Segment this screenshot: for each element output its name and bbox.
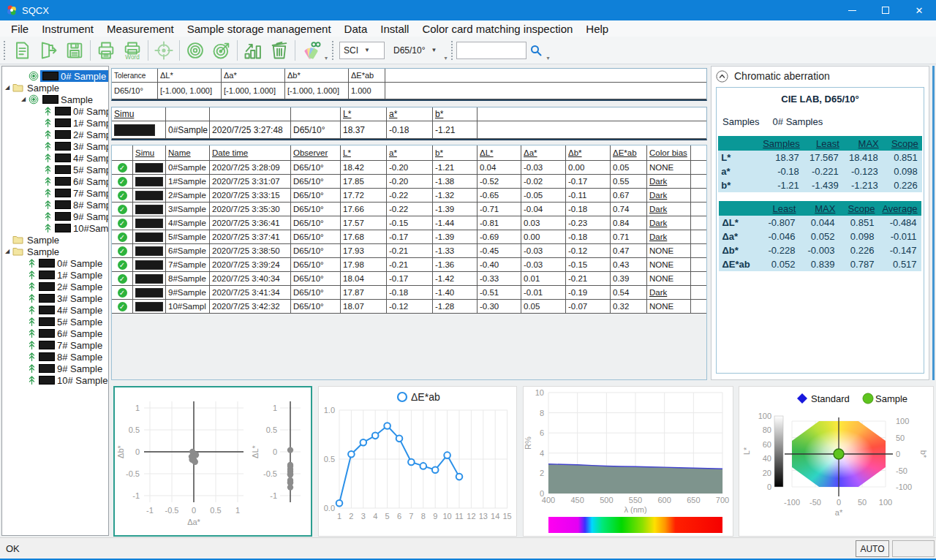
menu-data[interactable]: Data: [338, 20, 374, 37]
statistics-button[interactable]: [240, 38, 266, 63]
column-header[interactable]: Simu: [112, 107, 166, 121]
tree-item-label[interactable]: 10#Samp: [53, 222, 109, 234]
print-button[interactable]: [93, 38, 119, 63]
tree-item[interactable]: 9# Sample: [2, 363, 108, 374]
tree-item-label[interactable]: 8# Samp: [53, 199, 109, 211]
dart-target-button[interactable]: [208, 38, 235, 63]
menu-install[interactable]: Install: [374, 20, 415, 37]
illuminant-select[interactable]: D65/10° ▼: [389, 42, 441, 59]
tree-item-label[interactable]: Sample: [40, 94, 95, 105]
export-button[interactable]: [35, 38, 61, 63]
tree-item[interactable]: 0# Sample: [2, 257, 108, 269]
menu-instrument[interactable]: Instrument: [35, 20, 100, 37]
tree-item-label[interactable]: Sample: [25, 82, 61, 94]
menu-measurement[interactable]: Measurement: [100, 20, 181, 37]
tree-item-label[interactable]: 7# Sample: [37, 339, 105, 351]
tree-item-label[interactable]: 0# Sample: [37, 257, 105, 269]
tree-item[interactable]: 7# Samp: [2, 187, 108, 199]
tree-item-label[interactable]: 8# Sample: [37, 351, 105, 363]
tree-expander-icon[interactable]: ◢: [21, 96, 29, 103]
auto-button[interactable]: AUTO: [856, 540, 889, 557]
tree-expander-icon[interactable]: ◢: [5, 84, 12, 91]
tree-item-label[interactable]: 4# Samp: [53, 152, 109, 164]
tree-item-label[interactable]: 0# Sample: [40, 70, 108, 82]
tree-item-label[interactable]: Sample: [25, 234, 61, 246]
tree-item[interactable]: ◢Sample: [2, 82, 108, 94]
tree-item-label[interactable]: 9# Samp: [53, 211, 109, 222]
column-header[interactable]: a*: [387, 145, 433, 161]
column-header[interactable]: ΔL*: [478, 145, 521, 161]
column-header[interactable]: b*: [433, 145, 478, 161]
tree-item-label[interactable]: 1# Sample: [37, 269, 105, 281]
sample-row[interactable]: ✓3#Sample2020/7/25 3:35:30D65/10°17.66-0…: [112, 203, 706, 216]
stat-column-header[interactable]: MAX: [799, 201, 839, 216]
panel-header[interactable]: Chromatic aberration: [712, 67, 929, 86]
tree-item[interactable]: 6# Samp: [2, 175, 108, 187]
tree-item-label[interactable]: 0# Samp: [53, 105, 109, 117]
sample-row[interactable]: ✓10#Sampl2020/7/25 3:42:32D65/10°18.07-0…: [112, 300, 706, 314]
maximize-button[interactable]: [869, 0, 902, 20]
sample-row[interactable]: ✓4#Sample2020/7/25 3:36:41D65/10°17.57-0…: [112, 216, 706, 230]
tree-item[interactable]: 1# Samp: [2, 117, 108, 129]
tree-expander-icon[interactable]: ◢: [5, 248, 12, 255]
sample-row[interactable]: ✓7#Sample2020/7/25 3:39:24D65/10°17.98-0…: [112, 258, 706, 272]
stat-column-header[interactable]: Average: [878, 201, 921, 216]
reflectance-chart-panel[interactable]: 4004505005506006507000246810R%λ (nm): [523, 386, 733, 537]
stat-column-header[interactable]: Scope: [883, 136, 922, 151]
tree-item[interactable]: ◢Sample: [2, 246, 108, 257]
column-header[interactable]: Observer: [291, 145, 341, 161]
tree-item[interactable]: 10# Sample: [2, 374, 108, 386]
tree-item-label[interactable]: 6# Sample: [37, 328, 105, 339]
sci-select[interactable]: SCI ▼: [339, 42, 385, 59]
tree-item[interactable]: 3# Sample: [2, 292, 108, 304]
menu-sample-storage-management[interactable]: Sample storage management: [181, 20, 338, 37]
standard-row[interactable]: 0#Sample2020/7/25 3:27:48D65/10°18.37-0.…: [112, 121, 706, 139]
toolbar-overflow-icon[interactable]: ▾: [546, 55, 549, 61]
tree-item[interactable]: 5# Samp: [2, 164, 108, 175]
sample-row[interactable]: ✓2#Sample2020/7/25 3:33:15D65/10°17.72-0…: [112, 189, 706, 203]
stat-column-header[interactable]: MAX: [843, 136, 883, 151]
tree-item[interactable]: 7# Sample: [2, 339, 108, 351]
toolbar-overflow-icon[interactable]: ▾: [444, 55, 447, 61]
tree-item-label[interactable]: 2# Samp: [53, 129, 109, 140]
color-match-button[interactable]: [298, 38, 324, 63]
tree-item-label[interactable]: Sample: [25, 246, 61, 257]
stat-column-header[interactable]: Least: [804, 136, 843, 151]
tree-item[interactable]: 2# Sample: [2, 281, 108, 292]
tree-item[interactable]: 0# Sample: [2, 70, 108, 82]
gamut-chart-panel[interactable]: StandardSample020406080100L*-100-5005010…: [739, 386, 934, 537]
stat-column-header[interactable]: Least: [760, 201, 799, 216]
stat-column-header[interactable]: Scope: [839, 201, 878, 216]
column-header[interactable]: Δb*: [566, 145, 611, 161]
tree-item-label[interactable]: 2# Sample: [37, 281, 105, 292]
tree-item[interactable]: 5# Sample: [2, 316, 108, 328]
menu-help[interactable]: Help: [579, 20, 615, 37]
tree-item-label[interactable]: 6# Samp: [53, 175, 109, 187]
column-header[interactable]: Δa*: [521, 145, 566, 161]
tree-item[interactable]: 6# Sample: [2, 328, 108, 339]
tree-item[interactable]: ◢Sample: [2, 94, 108, 105]
column-header[interactable]: L*: [341, 145, 387, 161]
tree-item-label[interactable]: 10# Sample: [37, 374, 109, 386]
minimize-button[interactable]: [835, 0, 869, 20]
concentric-target-button[interactable]: [182, 38, 208, 63]
tree-item[interactable]: 4# Sample: [2, 304, 108, 316]
crosshair-button[interactable]: [151, 38, 177, 63]
new-document-button[interactable]: [9, 38, 35, 63]
column-header[interactable]: b*: [433, 107, 478, 121]
tree-item-label[interactable]: 1# Samp: [53, 117, 109, 129]
column-header[interactable]: Simu: [133, 145, 166, 161]
sample-row[interactable]: ✓0#Sample2020/7/25 3:28:09D65/10°18.42-0…: [112, 161, 706, 175]
tree-item-label[interactable]: 3# Samp: [53, 140, 109, 152]
delete-button[interactable]: [266, 38, 292, 63]
toolbar-grip[interactable]: [451, 41, 453, 60]
panel-splitter[interactable]: [932, 66, 935, 380]
collapse-icon[interactable]: [716, 70, 728, 83]
tree-item[interactable]: 8# Samp: [2, 199, 108, 211]
toolbar-grip[interactable]: [332, 41, 333, 60]
search-input[interactable]: [456, 42, 526, 59]
column-header[interactable]: Name: [166, 145, 210, 161]
column-header[interactable]: ΔE*ab: [611, 145, 647, 161]
close-button[interactable]: ✕: [902, 0, 936, 20]
menu-file[interactable]: File: [4, 20, 35, 37]
